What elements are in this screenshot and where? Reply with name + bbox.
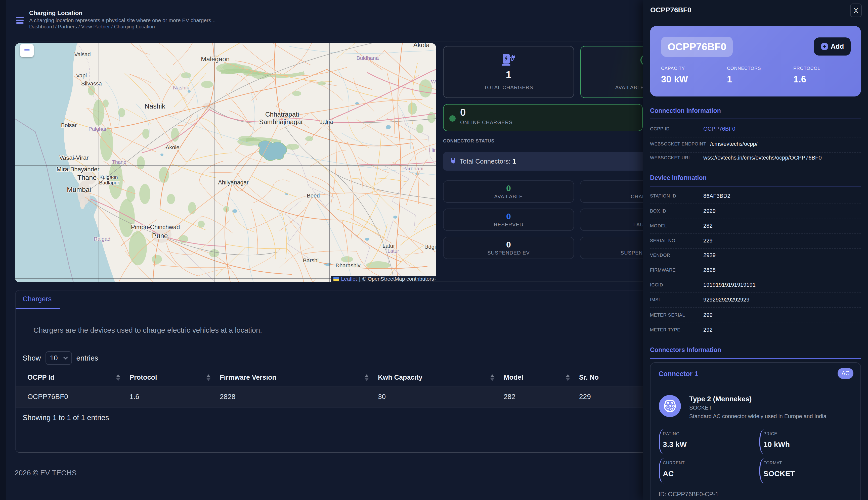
- svg-text:Hin: Hin: [429, 147, 436, 153]
- svg-text:Jalna: Jalna: [320, 118, 333, 125]
- svg-text:Nashik: Nashik: [173, 85, 189, 90]
- svg-text:Udgir: Udgir: [424, 244, 436, 250]
- svg-text:Pimpri-Chinchwad: Pimpri-Chinchwad: [131, 224, 180, 230]
- svg-text:Thane: Thane: [112, 159, 126, 165]
- svg-text:Malegaon: Malegaon: [201, 55, 230, 63]
- svg-text:Raigad: Raigad: [94, 236, 111, 242]
- svg-text:Valsad: Valsad: [74, 51, 91, 58]
- svg-text:Chhatrapati: Chhatrapati: [265, 111, 299, 118]
- svg-text:Akola: Akola: [413, 43, 430, 49]
- svg-text:Kulgaon: Kulgaon: [99, 174, 118, 180]
- svg-text:Parbhani: Parbhani: [402, 166, 423, 171]
- svg-text:Mira-Bhayander: Mira-Bhayander: [57, 166, 100, 173]
- svg-text:Pune: Pune: [152, 232, 168, 240]
- svg-text:Beed: Beed: [307, 192, 320, 199]
- svg-text:Palghar: Palghar: [89, 126, 107, 132]
- svg-text:Thane: Thane: [77, 174, 97, 181]
- svg-text:Ahilyanagar: Ahilyanagar: [218, 179, 249, 186]
- svg-text:Dharashiv: Dharashiv: [335, 262, 360, 269]
- svg-text:Sambhajinagar: Sambhajinagar: [259, 118, 303, 126]
- svg-text:Boisar: Boisar: [61, 122, 77, 128]
- svg-text:Silvassa: Silvassa: [81, 80, 102, 87]
- svg-text:Mumbai: Mumbai: [67, 186, 91, 193]
- svg-text:Latur: Latur: [388, 248, 399, 254]
- svg-text:Badlapur: Badlapur: [99, 180, 119, 185]
- svg-text:Akole: Akole: [165, 144, 179, 150]
- svg-text:Barshi: Barshi: [303, 257, 319, 264]
- svg-text:Nashik: Nashik: [145, 103, 165, 110]
- svg-text:Buldhana: Buldhana: [357, 55, 379, 61]
- svg-text:Vapi: Vapi: [76, 72, 87, 79]
- svg-text:Vasai-Virar: Vasai-Virar: [59, 154, 89, 161]
- svg-text:W: W: [431, 79, 436, 84]
